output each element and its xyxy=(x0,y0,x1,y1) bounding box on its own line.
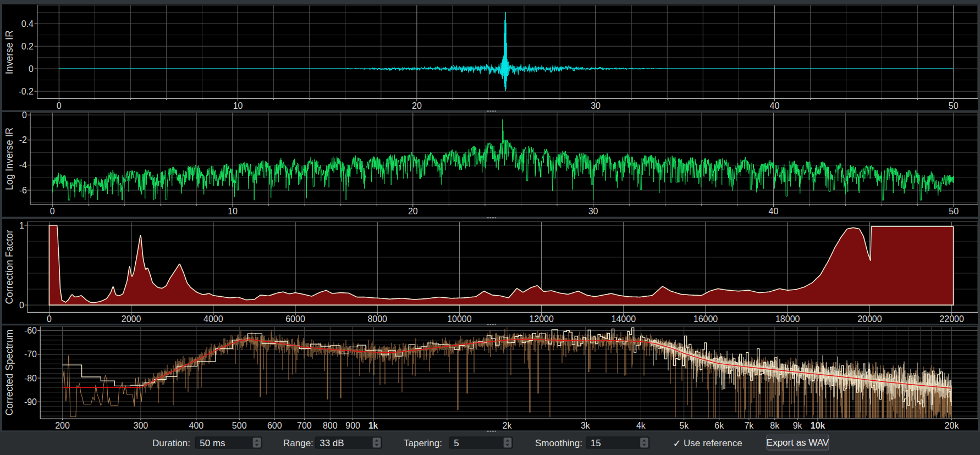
svg-text:800: 800 xyxy=(323,421,338,430)
svg-text:50 ms: 50 ms xyxy=(200,438,225,448)
svg-text:1: 1 xyxy=(19,221,24,230)
svg-text:30: 30 xyxy=(588,207,598,216)
svg-text:3k: 3k xyxy=(581,421,591,430)
svg-text:-6: -6 xyxy=(19,186,27,195)
svg-text:Duration:: Duration: xyxy=(152,438,190,448)
svg-text:Range:: Range: xyxy=(283,438,313,448)
svg-text:30: 30 xyxy=(591,101,601,110)
svg-text:7k: 7k xyxy=(744,421,754,430)
svg-text:10k: 10k xyxy=(811,421,825,430)
svg-text:0: 0 xyxy=(22,110,27,120)
svg-text:20: 20 xyxy=(412,101,422,110)
svg-text:0: 0 xyxy=(29,64,34,74)
svg-text:0.4: 0.4 xyxy=(21,19,34,29)
svg-text:-70: -70 xyxy=(24,349,37,359)
svg-text:20k: 20k xyxy=(945,421,960,430)
svg-text:✓: ✓ xyxy=(673,438,681,449)
svg-text:4000: 4000 xyxy=(203,314,223,324)
svg-text:16000: 16000 xyxy=(693,314,718,324)
svg-text:8k: 8k xyxy=(770,421,780,430)
svg-text:-60: -60 xyxy=(24,326,37,335)
svg-text:-0.2: -0.2 xyxy=(18,87,34,96)
svg-text:0: 0 xyxy=(47,314,52,324)
svg-text:400: 400 xyxy=(189,421,204,430)
svg-text:2k: 2k xyxy=(503,421,513,430)
svg-text:-90: -90 xyxy=(24,397,37,407)
svg-text:4k: 4k xyxy=(636,421,646,430)
svg-text:500: 500 xyxy=(232,421,247,430)
svg-text:-2: -2 xyxy=(19,135,27,145)
svg-text:Inverse IR: Inverse IR xyxy=(4,30,15,74)
svg-text:6k: 6k xyxy=(714,421,724,430)
svg-text:12000: 12000 xyxy=(529,314,554,324)
svg-text:20000: 20000 xyxy=(857,314,882,324)
svg-text:2000: 2000 xyxy=(122,314,141,324)
svg-text:5k: 5k xyxy=(679,421,689,430)
svg-text:0: 0 xyxy=(19,301,24,310)
svg-text:Correction Factor: Correction Factor xyxy=(4,230,15,304)
svg-text:-4: -4 xyxy=(19,160,27,170)
svg-text:600: 600 xyxy=(267,421,282,430)
svg-text:700: 700 xyxy=(297,421,312,430)
svg-text:Export as WAV: Export as WAV xyxy=(767,437,829,448)
svg-text:-80: -80 xyxy=(24,374,37,383)
svg-text:50: 50 xyxy=(949,101,959,110)
svg-text:5: 5 xyxy=(454,438,459,448)
svg-text:8000: 8000 xyxy=(367,314,387,324)
svg-text:50: 50 xyxy=(949,207,959,216)
svg-text:15: 15 xyxy=(591,438,601,448)
svg-text:20: 20 xyxy=(408,207,418,216)
svg-text:9k: 9k xyxy=(793,421,803,430)
svg-text:0: 0 xyxy=(50,207,55,216)
svg-text:Log Inverse IR: Log Inverse IR xyxy=(4,127,15,190)
svg-text:1k: 1k xyxy=(368,421,378,430)
svg-text:Smoothing:: Smoothing: xyxy=(535,438,582,448)
svg-text:14000: 14000 xyxy=(612,314,636,324)
svg-text:200: 200 xyxy=(55,421,70,430)
svg-text:900: 900 xyxy=(345,421,360,430)
svg-text:40: 40 xyxy=(770,101,780,110)
svg-text:6000: 6000 xyxy=(285,314,305,324)
svg-text:33 dB: 33 dB xyxy=(320,438,344,448)
svg-text:0: 0 xyxy=(57,101,62,110)
svg-text:10: 10 xyxy=(233,101,243,110)
svg-text:300: 300 xyxy=(134,421,148,430)
svg-text:Tapering:: Tapering: xyxy=(404,438,442,448)
svg-text:18000: 18000 xyxy=(775,314,800,324)
svg-text:22000: 22000 xyxy=(939,314,964,324)
svg-text:10: 10 xyxy=(228,207,238,216)
svg-text:0.2: 0.2 xyxy=(21,42,34,51)
svg-text:40: 40 xyxy=(769,207,779,216)
svg-text:10000: 10000 xyxy=(447,314,472,324)
svg-text:Corrected Spectrum: Corrected Spectrum xyxy=(4,330,15,416)
svg-text:Use reference: Use reference xyxy=(684,438,742,448)
